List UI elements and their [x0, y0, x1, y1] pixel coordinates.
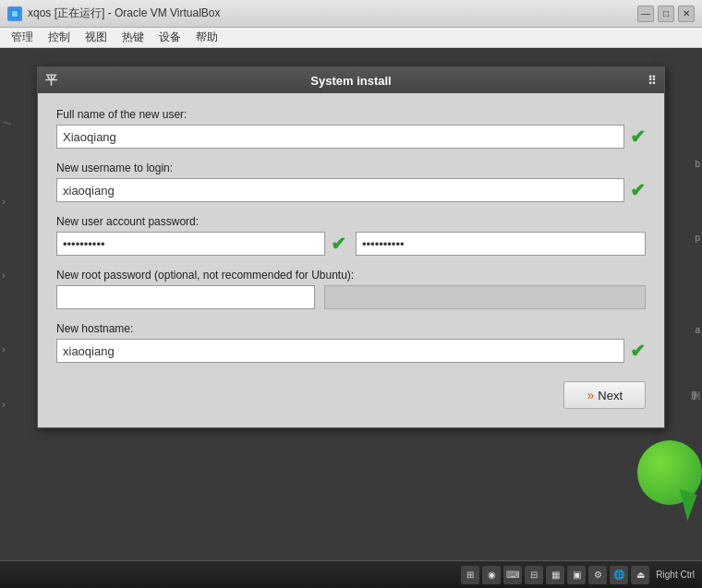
dialog-title-left: 平 [45, 72, 57, 89]
next-button[interactable]: » Next [563, 381, 646, 409]
restore-button[interactable]: □ [658, 6, 674, 22]
taskbar-icons: ⊞ ◉ ⌨ ⊟ ▦ ▣ ⚙ 🌐 ⏏ Right Ctrl [461, 566, 695, 584]
window-title: xqos [正在运行] - Oracle VM VirtualBox [28, 6, 637, 21]
menu-manage[interactable]: 管理 [4, 28, 41, 47]
password-input[interactable] [56, 232, 325, 256]
hostname-row: ✔ [56, 339, 646, 363]
side-text-2: › [2, 196, 6, 207]
password-row: ✔ [56, 232, 646, 256]
hostname-label: New hostname: [56, 322, 646, 335]
side-right-2: p [695, 233, 700, 243]
minimize-button[interactable]: — [637, 6, 654, 22]
dialog-title: System install [310, 74, 391, 88]
password-right-row [356, 232, 646, 256]
menu-help[interactable]: 帮助 [188, 28, 225, 47]
side-text-4: › [2, 343, 6, 354]
root-password-row [56, 285, 646, 309]
password-group: New user account password: ✔ [56, 215, 646, 256]
password-label: New user account password: [56, 215, 646, 228]
taskbar-icon-3[interactable]: ⌨ [503, 566, 522, 584]
fullname-check-icon: ✔ [630, 127, 646, 146]
taskbar-icon-4[interactable]: ⊟ [525, 566, 543, 584]
taskbar-icon-8[interactable]: 🌐 [610, 566, 628, 584]
taskbar-icon-5[interactable]: ▦ [546, 566, 564, 584]
side-right-1: b [695, 159, 700, 169]
menu-device[interactable]: 设备 [151, 28, 188, 47]
taskbar-icon-9[interactable]: ⏏ [631, 566, 649, 584]
taskbar-icon-7[interactable]: ⚙ [588, 566, 607, 584]
dialog-title-right: ⠿ [648, 74, 657, 88]
taskbar-icon-6[interactable]: ▣ [567, 566, 586, 584]
next-icon: » [587, 388, 594, 402]
menu-control[interactable]: 控制 [41, 28, 78, 47]
fullname-row: ✔ [56, 125, 646, 149]
taskbar-icon-2[interactable]: ◉ [482, 566, 501, 584]
close-button[interactable]: ✕ [678, 6, 695, 22]
titlebar: xqos [正在运行] - Oracle VM VirtualBox — □ ✕ [0, 0, 702, 28]
button-row: » Next [56, 381, 646, 409]
window-controls: — □ ✕ [637, 6, 695, 22]
dialog-body: Full name of the new user: ✔ New usernam… [38, 93, 664, 427]
fullname-group: Full name of the new user: ✔ [56, 108, 646, 149]
password-confirm-input[interactable] [356, 232, 646, 256]
root-password-input[interactable] [56, 285, 315, 309]
username-check-icon: ✔ [630, 181, 646, 199]
side-right-4: 删 [691, 390, 700, 402]
username-input[interactable] [56, 178, 624, 202]
side-text-1: / [2, 122, 13, 125]
root-password-group: New root password (optional, not recomme… [56, 269, 646, 309]
side-text-5: › [2, 399, 6, 410]
fullname-input[interactable] [56, 125, 624, 149]
green-bubble-decoration [628, 440, 702, 533]
hostname-input[interactable] [56, 339, 624, 363]
username-group: New username to login: ✔ [56, 162, 646, 202]
right-ctrl-label: Right Ctrl [656, 570, 695, 580]
app-icon [7, 6, 22, 21]
menu-view[interactable]: 视图 [78, 28, 115, 47]
next-label: Next [598, 389, 623, 402]
system-install-dialog: 平 System install ⠿ Full name of the new … [37, 66, 665, 428]
taskbar-icon-1[interactable]: ⊞ [461, 566, 479, 584]
hostname-group: New hostname: ✔ [56, 322, 646, 363]
username-row: ✔ [56, 178, 646, 202]
root-password-extra [324, 285, 646, 309]
dialog-titlebar: 平 System install ⠿ [38, 67, 664, 93]
menu-hotkey[interactable]: 热键 [115, 28, 151, 47]
password-check-icon: ✔ [331, 234, 346, 253]
password-left-row: ✔ [56, 232, 346, 256]
side-text-3: › [2, 270, 6, 281]
taskbar: ⊞ ◉ ⌨ ⊟ ▦ ▣ ⚙ 🌐 ⏏ Right Ctrl [0, 560, 702, 588]
main-area: / › › › › b p a 删 平 System install ⠿ Ful… [0, 48, 702, 560]
root-password-label: New root password (optional, not recomme… [56, 269, 646, 282]
username-label: New username to login: [56, 162, 646, 174]
side-right-3: a [695, 325, 700, 335]
svg-rect-1 [12, 11, 18, 17]
hostname-check-icon: ✔ [630, 342, 646, 360]
menubar: 管理 控制 视图 热键 设备 帮助 [0, 28, 702, 48]
fullname-label: Full name of the new user: [56, 108, 646, 121]
